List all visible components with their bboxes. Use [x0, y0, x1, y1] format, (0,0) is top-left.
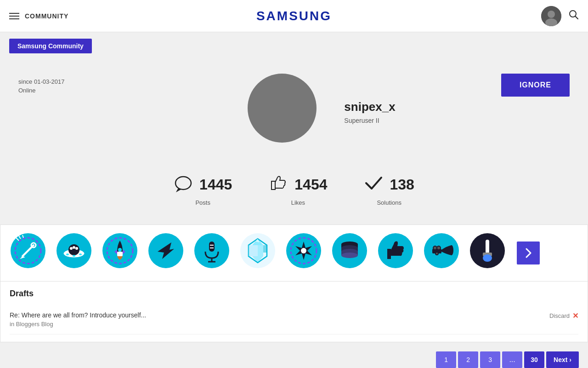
samsung-logo: SAMSUNG — [256, 9, 332, 23]
profile-meta: since 01-03-2017 Online — [18, 74, 74, 94]
member-since: since 01-03-2017 — [18, 78, 74, 85]
likes-count: 1454 — [294, 176, 327, 193]
svg-point-22 — [73, 255, 75, 257]
svg-rect-25 — [117, 252, 123, 256]
svg-point-16 — [68, 244, 79, 255]
header: COMMUNITY SAMSUNG — [0, 0, 588, 32]
svg-point-5 — [175, 177, 191, 190]
badge-item-8[interactable] — [331, 232, 373, 274]
username: snipex_x — [344, 100, 395, 114]
svg-point-58 — [435, 252, 438, 255]
stat-posts: 1445 Posts — [174, 173, 232, 206]
posts-label: Posts — [195, 199, 210, 206]
draft-item: Re: Where are we all from? Introduce you… — [10, 305, 578, 334]
badge-item-7[interactable] — [285, 232, 327, 274]
ignore-button[interactable]: IGNORE — [501, 74, 570, 97]
svg-point-20 — [66, 253, 69, 255]
svg-point-1 — [548, 11, 555, 18]
profile-avatar-row: snipex_x Superuser II — [74, 74, 570, 150]
svg-point-59 — [450, 245, 453, 255]
online-status: Online — [18, 87, 74, 94]
profile-info: snipex_x Superuser II — [344, 100, 395, 124]
svg-marker-40 — [249, 245, 258, 256]
badge-item-3[interactable] — [102, 232, 143, 274]
badge-item-6[interactable] — [239, 232, 281, 274]
pagination: 1 2 3 ... 30 Next › — [0, 342, 588, 368]
badge-item-5[interactable] — [193, 232, 235, 274]
page-button-1[interactable]: 1 — [436, 351, 456, 368]
next-page-button[interactable]: Next › — [546, 351, 579, 368]
drafts-title: Drafts — [10, 289, 578, 299]
profile-section: since 01-03-2017 Online snipex_x Superus… — [0, 60, 588, 159]
posts-count: 1445 — [199, 176, 232, 193]
badge-item-1[interactable] — [10, 232, 51, 274]
svg-rect-61 — [486, 240, 489, 253]
stats-section: 1445 Posts 1454 Likes 138 Solutions — [0, 159, 588, 224]
discard-label: Discard — [549, 312, 570, 319]
svg-rect-31 — [209, 242, 215, 252]
stat-likes: 1454 Likes — [269, 173, 327, 206]
draft-location: in Bloggers Blog — [10, 321, 146, 328]
header-right — [541, 6, 579, 26]
posts-icon — [174, 173, 193, 196]
drafts-section: Drafts Re: Where are we all from? Introd… — [0, 282, 588, 342]
user-avatar[interactable] — [541, 6, 561, 26]
search-button[interactable] — [569, 10, 579, 22]
svg-marker-39 — [263, 245, 267, 253]
solutions-icon — [364, 173, 383, 196]
page-dots: ... — [502, 351, 522, 368]
header-left: COMMUNITY — [9, 12, 68, 20]
svg-point-28 — [118, 248, 122, 252]
header-center: SAMSUNG — [256, 9, 332, 23]
svg-line-4 — [576, 17, 578, 19]
draft-title: Re: Where are we all from? Introduce you… — [10, 311, 146, 319]
badges-next-button[interactable] — [517, 242, 540, 264]
svg-point-52 — [341, 253, 358, 258]
discard-draft-button[interactable]: Discard ✕ — [549, 311, 578, 320]
likes-label: Likes — [291, 199, 305, 206]
badges-section — [0, 224, 588, 282]
svg-point-21 — [79, 253, 82, 255]
profile-avatar — [248, 74, 317, 143]
svg-point-63 — [483, 254, 492, 262]
user-role: Superuser II — [344, 117, 395, 124]
solutions-label: Solutions — [377, 199, 401, 206]
page-button-2[interactable]: 2 — [458, 351, 478, 368]
svg-point-18 — [75, 247, 78, 250]
likes-icon — [269, 173, 288, 196]
discard-x-icon[interactable]: ✕ — [572, 311, 578, 320]
badge-item-10[interactable] — [423, 232, 464, 274]
svg-point-19 — [73, 246, 75, 249]
samsung-community-button[interactable]: Samsung Community — [9, 39, 92, 53]
hamburger-menu[interactable] — [9, 13, 19, 19]
page-button-3[interactable]: 3 — [480, 351, 500, 368]
solutions-count: 138 — [390, 176, 414, 193]
svg-point-57 — [437, 246, 441, 250]
page-button-current[interactable]: 30 — [524, 351, 544, 368]
badge-item-4[interactable] — [147, 232, 189, 274]
badge-item-2[interactable] — [56, 232, 97, 274]
badge-item-11[interactable] — [469, 232, 510, 274]
stat-solutions: 138 Solutions — [364, 173, 414, 206]
breadcrumb-bar: Samsung Community — [0, 32, 588, 60]
community-label: COMMUNITY — [25, 12, 68, 20]
svg-point-17 — [70, 247, 73, 250]
badge-item-9[interactable] — [377, 232, 418, 274]
svg-point-44 — [301, 248, 306, 253]
svg-point-56 — [433, 246, 437, 250]
